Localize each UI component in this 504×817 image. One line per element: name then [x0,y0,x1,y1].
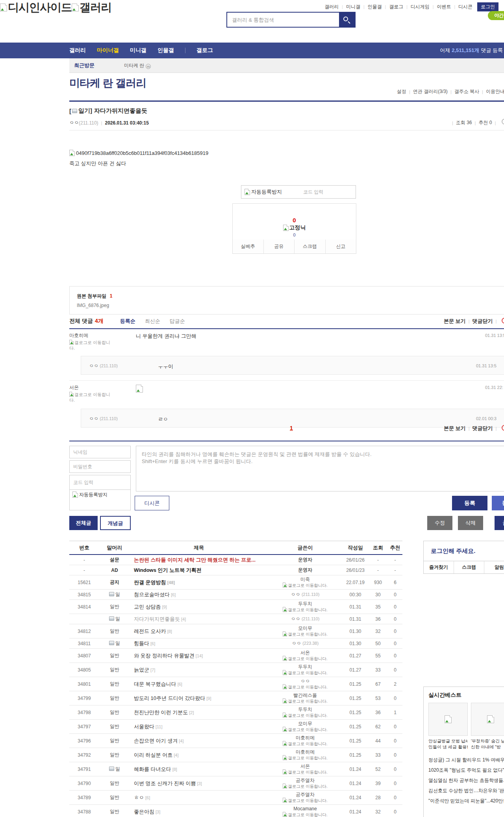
comment-refresh-icon[interactable] [502,425,504,431]
table-row[interactable]: 34792일반이리 하실분 어흐[4]마호히메갤로그로 이동합니다.01.253… [69,748,402,762]
post-title-link[interactable]: 혜화를 다녀오다[8] [130,766,268,773]
post-action-3[interactable]: 신고 [325,240,356,253]
post-author[interactable]: ㅇㅇ [69,119,79,126]
post-title-link[interactable]: 란갤 운영방침[48] [130,579,268,586]
post-author[interactable]: 모미무갤로그로 이동합니다. [268,626,343,636]
post-title-link[interactable]: Windows 인기 노트북 기획전 [130,567,268,574]
upvote-count[interactable]: 0 [293,217,296,223]
post-author[interactable]: ㅇㅇ갤로그로 이동합니다. [268,679,343,689]
comment-refresh-icon[interactable] [502,318,504,324]
top-link-1[interactable]: 미니갤 [346,4,360,10]
captcha-code-input[interactable]: 코드 입력 [303,189,323,195]
post-action-0[interactable]: 실베추 [233,240,263,253]
table-row[interactable]: 34797일반서울왔다[11]모미무갤로그로 이동합니다.01.25620 [69,720,402,734]
post-author[interactable]: 마호히메갤로그로 이동합니다. [268,735,343,746]
table-row[interactable]: 34798일반천진난만한 이런 기분도[2]두두치갤로그로 이동합니다.01.2… [69,705,402,720]
comment-sort-1[interactable]: 최신순 [145,318,160,325]
post-title-link[interactable]: 이번 명조 신캐가 진짜 이쁨[3] [130,780,268,787]
table-row[interactable]: 34799일반방도리 10주년 드디어 갔다왔다[9]빨간레스폴갤로그로 이동합… [69,691,402,705]
all-posts-button[interactable]: 전체글 [69,516,98,530]
downvote-count[interactable]: 0 [293,233,295,237]
comment-bubble-icon[interactable] [502,119,504,125]
table-row[interactable]: 34789일반ㅎㅇ[6]공주열차갤로그로 이동합니다.01.24280 [69,791,402,805]
comment-password-input[interactable] [69,460,131,473]
nav-item-3[interactable]: 인물갤 [158,47,174,54]
top-link-3[interactable]: 갤로그 [389,4,403,10]
post-title-link[interactable]: 고민 상담좀[9] [130,603,268,610]
table-row[interactable]: 34801일반대문 복구했습니다[6]ㅇㅇ갤로그로 이동합니다.01.25672 [69,677,402,691]
gallog-link[interactable]: 갤로그로 이동합니다. [69,340,113,351]
view-post-link[interactable]: 본문 보기 [444,425,466,432]
table-row[interactable]: 15621공지란갤 운영방침[48]미죽갤로그로 이동합니다.22.07.199… [69,575,402,590]
comment-author[interactable]: 마호히메갤로그로 이동합니다. [69,332,117,351]
post-author[interactable]: 두두치갤로그로 이동합니다. [268,664,343,675]
comment-sort-0[interactable]: 등록순 [120,318,135,325]
comment-nickname-input[interactable] [69,446,131,458]
comment-page-1[interactable]: 1 [290,425,293,431]
post-title-link[interactable]: ㅎㅇ[6] [130,794,268,801]
post-author[interactable]: 서온갤로그로 이동합니다. [268,650,343,661]
close-comments-link[interactable]: 댓글닫기 [472,318,493,325]
post-author[interactable]: 두두치갤로그로 이동합니다. [268,707,343,718]
gallog-link[interactable]: 갤로그로 이동합니다. [69,392,113,403]
table-row[interactable]: -설문논란된 스타들 이미지 세탁 그만 해줬으면 하는 프로...운영자26/… [69,555,402,565]
post-title-link[interactable]: 방도리 10주년 드디어 갔다왔다[9] [130,695,268,702]
post-action-1[interactable]: 공유 [263,240,295,253]
search-button[interactable] [339,13,355,27]
gallery-meta-link-0[interactable]: 설정 [397,88,406,95]
post-author[interactable]: 두두치갤로그로 이동합니다. [268,601,343,612]
nav-item-1[interactable]: 마이너갤 [97,47,119,54]
best-news-item-2[interactable]: 열심열심 한자 공부하는 초등학생들...jpg [428,775,504,785]
table-row[interactable]: 34807일반와 옷장 정리하다 유물발견[14]서온갤로그로 이동합니다.01… [69,649,402,663]
post-title-link[interactable]: 좋은아침[3] [130,808,268,815]
best-news-item-4[interactable]: "이준석만 믿었는데 피눈물"...420만원 손실 [428,796,504,806]
sidebar-tab-1[interactable]: 스크랩 [454,561,484,573]
table-row[interactable]: 34788일반좋은아침[3]Mocamane갤로그로 이동합니다.01.2432… [69,805,402,817]
best-caption-1[interactable]: '무정차증' 숨긴 남신한 아내에 "받 [471,738,504,750]
post-title-link[interactable]: 첨으로술마셨다[6] [130,591,268,598]
close-comments-link[interactable]: 댓글닫기 [472,425,493,432]
table-row[interactable]: 일자다가뒤지면좋을듯[4]ㅇㅇ (211.110)01.31360 [69,614,402,624]
delete-button[interactable]: 삭제 [458,516,483,530]
post-title-link[interactable]: 힘들다[6] [130,640,268,647]
sidebar-tab-2[interactable]: 알림 [484,561,504,573]
post-title-link[interactable]: 이리 하실분 어흐[4] [130,752,268,759]
post-action-2[interactable]: 스크랩 [294,240,325,253]
table-row[interactable]: 34814일반고민 상담좀[9]두두치갤로그로 이동합니다.01.31350 [69,600,402,614]
post-title-link[interactable]: 손잡으면 아기 생겨[4] [130,737,268,744]
post-author[interactable]: 빨간레스폴갤로그로 이동합니다. [268,693,343,703]
comment-code-input[interactable] [69,475,131,490]
post-author[interactable]: 마호히메갤로그로 이동합니다. [268,750,343,760]
comment-author[interactable]: 서온갤로그로 이동합니다. [69,384,117,403]
top-link-5[interactable]: 이벤트 [437,4,451,10]
view-post-link[interactable]: 본문 보기 [444,318,466,325]
post-author[interactable]: 미죽갤로그로 이동합니다. [268,577,343,588]
post-author[interactable]: 운영자 [268,568,343,573]
top-link-2[interactable]: 인물갤 [368,4,382,10]
top-link-4[interactable]: 디시게임 [411,4,430,10]
fixed-nick-vote[interactable]: 고정닉 [283,224,306,231]
post-title-link[interactable]: 천진난만한 이런 기분도[2] [130,709,268,716]
gallery-meta-link-3[interactable]: 이용안내 [486,88,504,95]
post-author[interactable]: Mocamane갤로그로 이동합니다. [268,806,343,817]
post-author[interactable]: 공주열차갤로그로 이동합니다. [268,778,343,789]
post-author[interactable]: ㅇㅇ (223.38) [268,641,343,646]
best-thumbnail[interactable] [471,703,504,736]
post-author[interactable]: 서온갤로그로 이동합니다. [268,764,343,774]
comment-submit-button-2[interactable]: 등록 [492,496,504,510]
post-author[interactable]: ㅇㅇ (211.110) [268,616,343,622]
gallery-meta-link-1[interactable]: 연관 갤러리(3/3) [413,88,448,95]
post-title-link[interactable]: 레전드 오사카[8] [130,628,268,635]
nav-item-4[interactable]: 갤로그 [196,47,213,54]
gallery-meta-link-2[interactable]: 갤주소 복사 [454,88,479,95]
table-row[interactable]: -ADWindows 인기 노트북 기획전운영자26/01/23-- [69,565,402,575]
table-row[interactable]: 34796일반손잡으면 아기 생겨[4]마호히메갤로그로 이동합니다.01.25… [69,734,402,748]
post-title-link[interactable]: 늙었군[7] [130,666,268,674]
search-input[interactable] [227,13,339,27]
gallery-title[interactable]: 미타케 란 갤러리 [69,76,146,90]
recent-visit-gallery[interactable]: 미타케 란 [124,62,151,69]
attachment-filename[interactable]: IMG_6876.jpeg [77,303,504,308]
write-button[interactable]: 글쓰기 [495,516,504,530]
best-news-item-1[interactable]: 1020조폭 "형님도 주먹도 필요 없다"...le 조 [428,765,504,775]
table-row[interactable]: 34791일혜화를 다녀오다[8]서온갤로그로 이동합니다.01.24520 [69,762,402,776]
